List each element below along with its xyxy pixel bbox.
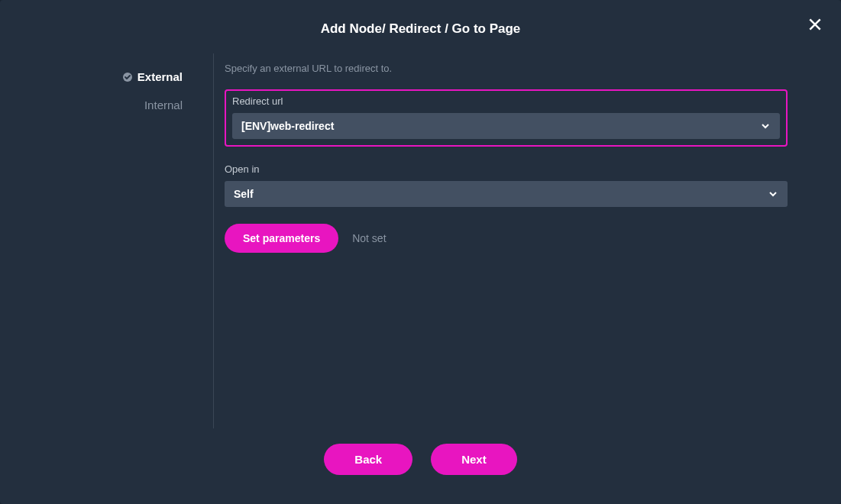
parameters-row: Set parameters Not set	[225, 224, 788, 253]
open-in-select[interactable]: Self	[225, 181, 788, 207]
sidebar-item-label: Internal	[144, 99, 183, 111]
modal-footer: Back Next	[0, 428, 841, 504]
content-panel: Specify an external URL to redirect to. …	[214, 53, 841, 428]
close-button[interactable]	[806, 15, 824, 34]
modal-title: Add Node/ Redirect / Go to Page	[0, 21, 841, 37]
open-in-value: Self	[234, 188, 254, 200]
close-icon	[807, 17, 823, 32]
sidebar-item-external[interactable]: External	[0, 63, 213, 91]
sidebar: External Internal	[0, 53, 214, 428]
instruction-text: Specify an external URL to redirect to.	[225, 63, 788, 74]
redirect-url-select[interactable]: [ENV]web-redirect	[232, 113, 780, 139]
next-button[interactable]: Next	[431, 444, 517, 475]
modal-body: External Internal Specify an external UR…	[0, 53, 841, 428]
sidebar-item-internal[interactable]: Internal	[0, 91, 213, 119]
open-in-label: Open in	[225, 163, 788, 175]
open-in-group: Open in Self	[225, 163, 788, 207]
redirect-url-group: Redirect url [ENV]web-redirect	[225, 89, 788, 147]
redirect-url-label: Redirect url	[232, 95, 780, 107]
set-parameters-button[interactable]: Set parameters	[225, 224, 338, 253]
radio-selected-icon	[122, 72, 133, 82]
sidebar-item-label: External	[137, 70, 183, 83]
modal-header: Add Node/ Redirect / Go to Page	[0, 0, 841, 53]
add-node-modal: Add Node/ Redirect / Go to Page External	[0, 0, 841, 504]
back-button[interactable]: Back	[324, 444, 412, 475]
redirect-url-value: [ENV]web-redirect	[241, 120, 334, 132]
parameters-status: Not set	[352, 232, 386, 244]
